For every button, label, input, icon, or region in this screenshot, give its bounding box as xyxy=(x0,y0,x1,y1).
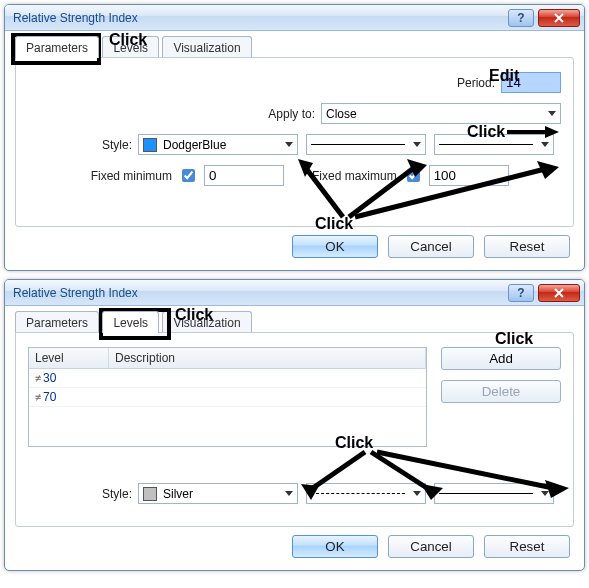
fixed-min-input[interactable] xyxy=(204,165,284,186)
tab-levels[interactable]: Levels xyxy=(102,311,159,333)
levels-list[interactable]: Level Description ≠30 ≠70 xyxy=(28,347,427,447)
color-swatch-icon xyxy=(143,138,157,152)
fixed-min-label: Fixed minimum xyxy=(28,169,178,183)
dialog-buttons: OK Cancel Reset xyxy=(15,527,574,560)
col-description: Description xyxy=(109,348,426,368)
dialog-buttons: OK Cancel Reset xyxy=(15,227,574,260)
reset-button[interactable]: Reset xyxy=(484,235,570,258)
rsi-dialog-parameters: Relative Strength Index ? Parameters Lev… xyxy=(4,4,585,271)
chevron-down-icon xyxy=(285,142,293,147)
level-style-color-combo[interactable]: Silver xyxy=(138,483,298,504)
fixed-max-label: Fixed maximum xyxy=(312,169,403,183)
col-level: Level xyxy=(29,348,109,368)
ok-button[interactable]: OK xyxy=(292,535,378,558)
level-style-color-value: Silver xyxy=(163,487,193,501)
tab-parameters[interactable]: Parameters xyxy=(15,36,99,58)
level-row[interactable]: ≠70 xyxy=(29,388,426,407)
cancel-button[interactable]: Cancel xyxy=(388,235,474,258)
title-bar: Relative Strength Index ? xyxy=(5,5,584,31)
apply-to-label: Apply to: xyxy=(268,107,321,121)
close-button[interactable] xyxy=(538,9,580,27)
tab-parameters[interactable]: Parameters xyxy=(15,311,99,333)
fixed-max-input[interactable] xyxy=(429,165,509,186)
line-width-preview xyxy=(439,493,533,494)
tab-bar: Parameters Levels Visualization xyxy=(15,310,574,332)
apply-to-combo[interactable]: Close xyxy=(321,103,561,124)
levels-panel: Level Description ≠30 ≠70 Add Delete xyxy=(15,332,574,527)
level-row[interactable]: ≠30 xyxy=(29,369,426,388)
close-icon xyxy=(554,13,564,23)
style-color-combo[interactable]: DodgerBlue xyxy=(138,134,298,155)
style-line-combo[interactable] xyxy=(306,134,426,155)
tab-levels[interactable]: Levels xyxy=(102,36,159,58)
tab-visualization[interactable]: Visualization xyxy=(162,311,251,333)
window-title: Relative Strength Index xyxy=(13,11,506,25)
style-label: Style: xyxy=(28,138,138,152)
fixed-min-checkbox[interactable] xyxy=(182,169,195,182)
level-style-line-combo[interactable] xyxy=(306,483,426,504)
level-style-width-combo[interactable] xyxy=(434,483,554,504)
close-button[interactable] xyxy=(538,284,580,302)
line-style-preview xyxy=(311,493,405,494)
chevron-down-icon xyxy=(413,142,421,147)
chevron-down-icon xyxy=(285,491,293,496)
chevron-down-icon xyxy=(413,491,421,496)
style-width-combo[interactable] xyxy=(434,134,554,155)
period-input[interactable] xyxy=(501,72,561,93)
period-label: Period: xyxy=(457,76,501,90)
add-level-button[interactable]: Add xyxy=(441,347,561,370)
ok-button[interactable]: OK xyxy=(292,235,378,258)
level-line-icon: ≠ xyxy=(35,372,39,384)
chevron-down-icon xyxy=(541,491,549,496)
help-button[interactable]: ? xyxy=(508,9,534,27)
close-icon xyxy=(554,288,564,298)
reset-button[interactable]: Reset xyxy=(484,535,570,558)
style-label: Style: xyxy=(28,487,138,501)
cancel-button[interactable]: Cancel xyxy=(388,535,474,558)
title-bar: Relative Strength Index ? xyxy=(5,280,584,306)
line-width-preview xyxy=(439,144,533,145)
color-swatch-icon xyxy=(143,487,157,501)
chevron-down-icon xyxy=(541,142,549,147)
levels-list-header: Level Description xyxy=(29,348,426,369)
level-line-icon: ≠ xyxy=(35,391,39,403)
tab-bar: Parameters Levels Visualization xyxy=(15,35,574,57)
tab-visualization[interactable]: Visualization xyxy=(162,36,251,58)
rsi-dialog-levels: Relative Strength Index ? Parameters Lev… xyxy=(4,279,585,571)
parameters-panel: Period: Apply to: Close Style: DodgerBlu… xyxy=(15,57,574,227)
style-color-value: DodgerBlue xyxy=(163,138,226,152)
apply-to-value: Close xyxy=(326,107,357,121)
delete-level-button[interactable]: Delete xyxy=(441,380,561,403)
fixed-max-checkbox[interactable] xyxy=(407,169,420,182)
chevron-down-icon xyxy=(548,111,556,116)
help-button[interactable]: ? xyxy=(508,284,534,302)
line-style-preview xyxy=(311,144,405,145)
window-title: Relative Strength Index xyxy=(13,286,506,300)
